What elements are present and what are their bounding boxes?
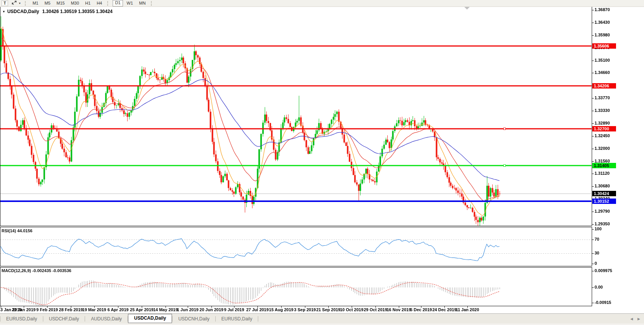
date-axis-label: 11 Jan 2020 xyxy=(456,307,479,312)
text-tool-icon: T xyxy=(2,0,8,6)
date-axis-label: 19 Mar 2019 xyxy=(82,307,106,312)
toolbar-grip xyxy=(25,1,28,6)
date-axis-label: 27 Jul 2019 xyxy=(246,307,269,312)
tab-scroll-controls: ◀ ▶ xyxy=(630,317,640,321)
date-axis-label: 5 Dec 2019 xyxy=(410,307,432,312)
tab-separator xyxy=(258,316,258,322)
price-level-label: 1.32700 xyxy=(592,126,616,131)
chart-tab-usdcad-3[interactable]: USDCAD,Daily xyxy=(128,314,172,323)
price-level-label: 1.30152 xyxy=(592,199,616,204)
date-axis-label: 14 May 2019 xyxy=(153,307,178,312)
toolbar-grip xyxy=(151,1,154,6)
macd-axis-tick: 0.00 xyxy=(595,285,603,289)
symbol-dropdown-icon[interactable]: ▼ xyxy=(2,10,5,13)
timeframe-button-w1[interactable]: W1 xyxy=(125,0,136,6)
chart-symbol-label: USDCAD,Daily xyxy=(7,9,39,14)
price-axis-tick: 1.33330 xyxy=(595,108,610,113)
rsi-axis-tick: 70 xyxy=(595,237,599,241)
macd-axis-tick: 0.009975 xyxy=(595,268,612,273)
tab-scroll-left-icon[interactable]: ◀ xyxy=(630,317,633,321)
timeframe-button-h4[interactable]: H4 xyxy=(94,0,104,6)
tab-scroll-right-icon[interactable]: ▶ xyxy=(637,317,640,321)
date-axis-label: 20 Jun 2019 xyxy=(200,307,223,312)
price-axis-tick: 1.29790 xyxy=(595,209,610,213)
rsi-axis-tick: 100 xyxy=(595,227,601,231)
date-axis-label: 3 Sep 2019 xyxy=(294,307,316,312)
status-strip xyxy=(0,323,644,325)
price-axis-tick: 1.36430 xyxy=(595,20,610,25)
date-axis-label: 15 Aug 2019 xyxy=(269,307,293,312)
timeframe-button-m15[interactable]: M15 xyxy=(54,0,67,6)
chart-tab-bar: EURUSD,DailyUSDCHF,DailyAUDUSD,DailyUSDC… xyxy=(0,314,644,324)
timeframe-button-mn[interactable]: MN xyxy=(137,0,148,6)
timeframe-button-d1[interactable]: D1 xyxy=(113,0,123,7)
date-axis-label: 6 Apr 2019 xyxy=(107,307,128,312)
timeframe-button-m5[interactable]: M5 xyxy=(42,0,52,6)
chart-tab-audusd-2[interactable]: AUDUSD,Daily xyxy=(85,315,128,323)
timeframe-button-m1[interactable]: M1 xyxy=(30,0,41,6)
chart-ohlc-values: 1.30426 1.30519 1.30355 1.30424 xyxy=(42,9,113,14)
price-axis-tick: 1.33770 xyxy=(595,95,610,100)
date-axis-label: 16 Nov 2019 xyxy=(387,307,411,312)
date-axis-label: 22 Jan 2019 xyxy=(12,307,36,312)
current-price-label: 1.30424 xyxy=(592,191,616,196)
arrows-tool-button[interactable]: ▼ xyxy=(10,0,22,6)
price-axis-tick: 1.29350 xyxy=(595,222,610,226)
price-axis-tick: 1.31560 xyxy=(595,159,610,163)
price-axis-tick: 1.32450 xyxy=(595,133,610,138)
date-axis-label: 29 Oct 2019 xyxy=(364,307,387,312)
rsi-axis-tick: 0 xyxy=(595,261,597,266)
timeframe-button-m30[interactable]: M30 xyxy=(69,0,81,6)
toolbar-grip xyxy=(107,1,111,6)
price-axis-tick: 1.32890 xyxy=(595,121,610,125)
macd-axis-tick: -0.00915 xyxy=(595,300,611,305)
date-axis-label: 25 Apr 2019 xyxy=(130,307,153,312)
chart-tab-eurusd-0[interactable]: EURUSD,Daily xyxy=(0,315,43,323)
price-level-label: 1.34206 xyxy=(592,83,616,89)
price-axis-tick: 1.30680 xyxy=(595,184,610,188)
macd-indicator-label: MACD(12,26,9) -0.002435 -0.003536 xyxy=(2,268,71,273)
price-level-label: 1.31405 xyxy=(592,163,616,168)
chart-tab-usdcnh-4[interactable]: USDCNH,Daily xyxy=(172,315,215,323)
date-axis-label: 28 Feb 2019 xyxy=(59,307,83,312)
date-axis-label: 9 Feb 2019 xyxy=(36,307,58,312)
timeframe-button-h1[interactable]: H1 xyxy=(83,0,93,6)
toolbar: T ▼ M1M5M15M30H1H4D1W1MN xyxy=(0,0,644,7)
price-axis-tick: 1.35980 xyxy=(595,33,610,37)
arrows-dropdown-caret-icon[interactable]: ▼ xyxy=(18,2,21,5)
trading-terminal-window: { "icons": { "dropdown_triangle": "▼", "… xyxy=(0,0,644,325)
chart-tab-eurusd-5[interactable]: EURUSD,Daily xyxy=(216,315,258,323)
price-level-label: 1.35606 xyxy=(592,43,616,49)
date-axis-label: 21 Sep 2019 xyxy=(316,307,341,312)
date-axis-label: 24 Dec 2019 xyxy=(433,307,457,312)
rsi-axis-tick: 30 xyxy=(595,251,599,255)
chart-tab-usdchf-1[interactable]: USDCHF,Daily xyxy=(43,315,85,323)
price-axis-tick: 1.32000 xyxy=(595,146,610,151)
date-axis-label: 10 Oct 2019 xyxy=(340,307,363,312)
chart-canvas[interactable] xyxy=(0,0,644,313)
date-axis-label: 9 Jul 2019 xyxy=(224,307,244,312)
text-label-tool-button[interactable]: T xyxy=(0,0,9,6)
price-axis-tick: 1.35100 xyxy=(595,58,610,62)
arrows-icon xyxy=(11,0,17,6)
price-axis-tick: 1.31120 xyxy=(595,171,610,176)
rsi-indicator-label: RSI(14) 44.0156 xyxy=(2,228,33,233)
date-axis-label: 1 Jun 2019 xyxy=(177,307,198,312)
price-axis-tick: 1.36870 xyxy=(595,7,610,12)
price-axis-tick: 1.34660 xyxy=(595,70,610,75)
chart-title: ▼USDCAD,Daily1.30426 1.30519 1.30355 1.3… xyxy=(2,9,113,14)
timeframe-button-group: M1M5M15M30H1H4D1W1MN xyxy=(29,0,156,7)
